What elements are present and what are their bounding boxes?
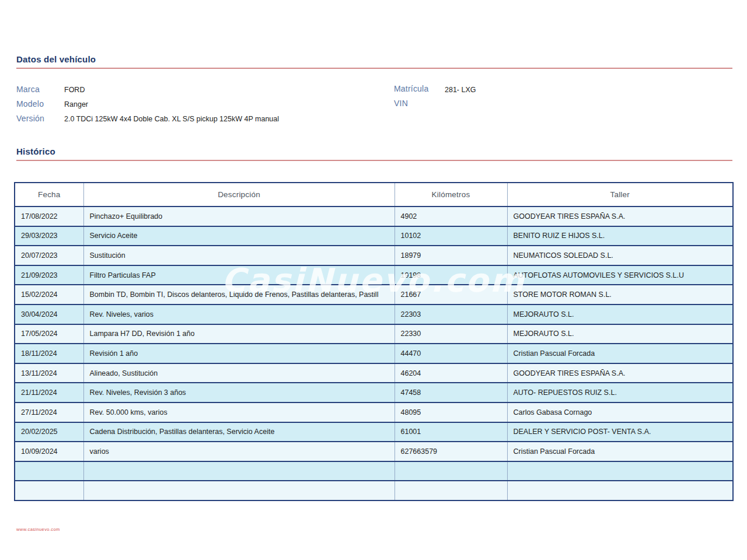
cell-taller: DEALER Y SERVICIO POST- VENTA S.A. bbox=[507, 422, 733, 442]
cell-descripcion: Rev. Niveles, Revisión 3 años bbox=[83, 383, 395, 402]
cell-taller: Cristian Pascual Forcada bbox=[507, 442, 733, 461]
cell-kilometros: 627663579 bbox=[395, 442, 507, 461]
cell-fecha: 17/05/2024 bbox=[15, 324, 83, 344]
cell-fecha: 10/09/2024 bbox=[15, 442, 83, 461]
cell-kilometros: 10102 bbox=[395, 226, 507, 246]
history-section-title: Histórico bbox=[16, 146, 55, 156]
table-row bbox=[15, 481, 733, 501]
cell-kilometros: 46204 bbox=[395, 363, 507, 383]
table-header-row: Fecha Descripción Kilómetros Taller bbox=[15, 183, 733, 206]
table-row: 30/04/2024 Rev. Niveles, varios 22303 ME… bbox=[15, 304, 733, 324]
cell-fecha: 29/03/2023 bbox=[15, 226, 83, 246]
history-table: Fecha Descripción Kilómetros Taller 17/0… bbox=[14, 182, 734, 501]
cell-descripcion: Pinchazo+ Equilibrado bbox=[83, 206, 395, 226]
table-row: 21/09/2023 Filtro Particulas FAP 19198 A… bbox=[15, 265, 733, 285]
cell-descripcion bbox=[83, 481, 395, 501]
version-label: Versión bbox=[16, 114, 44, 123]
cell-descripcion: Cadena Distribución, Pastillas delantera… bbox=[83, 422, 395, 442]
cell-fecha bbox=[15, 481, 83, 501]
version-value: 2.0 TDCi 125kW 4x4 Doble Cab. XL S/S pic… bbox=[64, 115, 279, 123]
cell-descripcion: varios bbox=[83, 442, 395, 461]
cell-kilometros: 61001 bbox=[395, 422, 507, 442]
cell-fecha: 20/02/2025 bbox=[15, 422, 83, 442]
table-row: 21/11/2024 Rev. Niveles, Revisión 3 años… bbox=[15, 383, 733, 402]
table-row: 27/11/2024 Rev. 50.000 kms, varios 48095… bbox=[15, 402, 733, 422]
cell-kilometros: 44470 bbox=[395, 344, 507, 363]
cell-taller: GOODYEAR TIRES ESPAÑA S.A. bbox=[507, 363, 733, 383]
table-row: 18/11/2024 Revisión 1 año 44470 Cristian… bbox=[15, 344, 733, 363]
cell-kilometros bbox=[395, 461, 507, 481]
header-fecha: Fecha bbox=[15, 183, 83, 206]
matricula-value: 281- LXG bbox=[445, 86, 476, 94]
cell-kilometros bbox=[395, 481, 507, 501]
cell-taller bbox=[507, 481, 733, 501]
cell-taller: GOODYEAR TIRES ESPAÑA S.A. bbox=[507, 206, 733, 226]
cell-taller: AUTO- REPUESTOS RUIZ S.L. bbox=[507, 383, 733, 402]
matricula-label: Matrícula bbox=[394, 84, 428, 93]
table-row bbox=[15, 461, 733, 481]
cell-fecha: 27/11/2024 bbox=[15, 402, 83, 422]
cell-descripcion: Revisión 1 año bbox=[83, 344, 395, 363]
cell-descripcion: Alineado, Sustitución bbox=[83, 363, 395, 383]
cell-fecha: 18/11/2024 bbox=[15, 344, 83, 363]
marca-value: FORD bbox=[64, 86, 85, 94]
header-kilometros: Kilómetros bbox=[395, 183, 507, 206]
cell-kilometros: 22303 bbox=[395, 304, 507, 324]
cell-taller: NEUMATICOS SOLEDAD S.L. bbox=[507, 246, 733, 265]
cell-taller: Carlos Gabasa Cornago bbox=[507, 402, 733, 422]
cell-descripcion: Bombin TD, Bombin TI, Discos delanteros,… bbox=[83, 285, 395, 304]
vehicle-history-document: Datos del vehículo Marca FORD Modelo Ran… bbox=[0, 0, 747, 560]
header-descripcion: Descripción bbox=[83, 183, 395, 206]
cell-descripcion: Lampara H7 DD, Revisión 1 año bbox=[83, 324, 395, 344]
section-rule bbox=[16, 68, 732, 69]
cell-kilometros: 22330 bbox=[395, 324, 507, 344]
table-row: 10/09/2024 varios 627663579 Cristian Pas… bbox=[15, 442, 733, 461]
cell-kilometros: 47458 bbox=[395, 383, 507, 402]
cell-descripcion: Servicio Aceite bbox=[83, 226, 395, 246]
cell-descripcion: Rev. Niveles, varios bbox=[83, 304, 395, 324]
header-taller: Taller bbox=[507, 183, 733, 206]
cell-fecha: 13/11/2024 bbox=[15, 363, 83, 383]
cell-fecha: 20/07/2023 bbox=[15, 246, 83, 265]
cell-fecha: 30/04/2024 bbox=[15, 304, 83, 324]
vehicle-section-title: Datos del vehículo bbox=[16, 54, 96, 64]
modelo-label: Modelo bbox=[16, 99, 44, 108]
table-row: 29/03/2023 Servicio Aceite 10102 BENITO … bbox=[15, 226, 733, 246]
table-row: 20/02/2025 Cadena Distribución, Pastilla… bbox=[15, 422, 733, 442]
table-row: 17/05/2024 Lampara H7 DD, Revisión 1 año… bbox=[15, 324, 733, 344]
cell-descripcion: Rev. 50.000 kms, varios bbox=[83, 402, 395, 422]
cell-taller: AUTOFLOTAS AUTOMOVILES Y SERVICIOS S.L.U bbox=[507, 265, 733, 285]
table-row: 20/07/2023 Sustitución 18979 NEUMATICOS … bbox=[15, 246, 733, 265]
modelo-value: Ranger bbox=[64, 100, 88, 108]
vin-label: VIN bbox=[394, 99, 408, 108]
cell-taller bbox=[507, 461, 733, 481]
cell-kilometros: 21667 bbox=[395, 285, 507, 304]
marca-label: Marca bbox=[16, 85, 40, 94]
cell-fecha: 21/09/2023 bbox=[15, 265, 83, 285]
cell-kilometros: 4902 bbox=[395, 206, 507, 226]
cell-taller: MEJORAUTO S.L. bbox=[507, 324, 733, 344]
cell-taller: BENITO RUIZ E HIJOS S.L. bbox=[507, 226, 733, 246]
footer-link: www.casinuevo.com bbox=[16, 527, 60, 532]
cell-descripcion bbox=[83, 461, 395, 481]
cell-descripcion: Filtro Particulas FAP bbox=[83, 265, 395, 285]
cell-fecha bbox=[15, 461, 83, 481]
table-row: 15/02/2024 Bombin TD, Bombin TI, Discos … bbox=[15, 285, 733, 304]
cell-kilometros: 18979 bbox=[395, 246, 507, 265]
section-rule bbox=[16, 160, 732, 161]
cell-taller: MEJORAUTO S.L. bbox=[507, 304, 733, 324]
cell-fecha: 17/08/2022 bbox=[15, 206, 83, 226]
table-row: 17/08/2022 Pinchazo+ Equilibrado 4902 GO… bbox=[15, 206, 733, 226]
cell-fecha: 15/02/2024 bbox=[15, 285, 83, 304]
cell-kilometros: 48095 bbox=[395, 402, 507, 422]
table-row: 13/11/2024 Alineado, Sustitución 46204 G… bbox=[15, 363, 733, 383]
cell-fecha: 21/11/2024 bbox=[15, 383, 83, 402]
cell-kilometros: 19198 bbox=[395, 265, 507, 285]
cell-descripcion: Sustitución bbox=[83, 246, 395, 265]
cell-taller: Cristian Pascual Forcada bbox=[507, 344, 733, 363]
cell-taller: STORE MOTOR ROMAN S.L. bbox=[507, 285, 733, 304]
